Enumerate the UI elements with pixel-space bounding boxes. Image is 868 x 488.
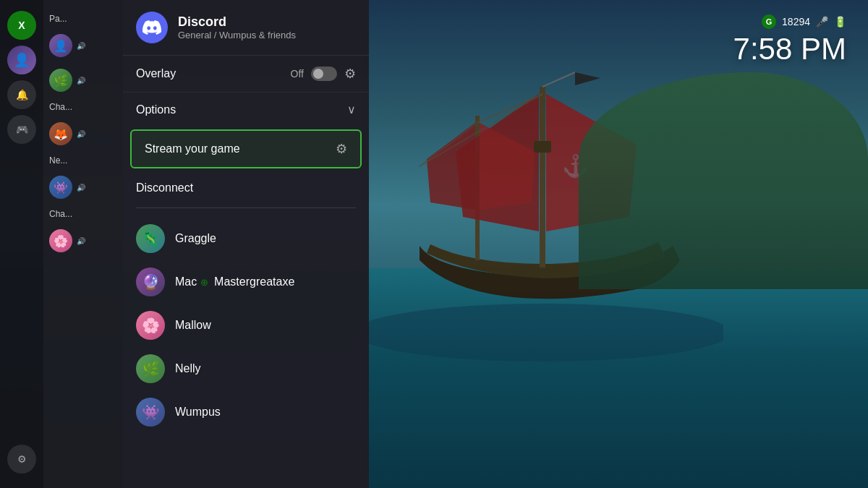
xbox-sidebar: X 👤 🔔 🎮 ⚙ xyxy=(0,0,43,488)
channel-item-2[interactable]: 🌿 🔊 xyxy=(43,64,123,96)
chevron-down-icon: ∨ xyxy=(347,103,356,116)
volume-icon-2: 🔊 xyxy=(77,77,85,85)
channel-item-4[interactable]: 👾 🔊 xyxy=(43,171,123,203)
member-item-mac[interactable]: 🔮 Mac ⊕ Mastergreataxe xyxy=(123,260,369,304)
member-name-graggle: Graggle xyxy=(175,232,216,245)
microphone-icon: 🎤 xyxy=(816,16,828,27)
stream-your-game-label: Stream your game xyxy=(145,142,240,155)
members-list: 🦎 Graggle 🔮 Mac ⊕ Mastergreataxe 🌸 Mallo… xyxy=(123,211,369,488)
overlay-settings-icon[interactable]: ⚙ xyxy=(344,66,356,82)
channel-item-5[interactable]: 🌸 🔊 xyxy=(43,225,123,257)
volume-icon-5: 🔊 xyxy=(77,237,85,245)
settings-icon[interactable]: ⚙ xyxy=(7,445,36,474)
overlay-controls: Off ⚙ xyxy=(291,66,356,82)
xbox-g-icon: G xyxy=(762,14,776,29)
channel-avatar-1: 👤 xyxy=(49,34,72,57)
user-avatar[interactable]: 👤 xyxy=(7,46,36,74)
svg-point-0 xyxy=(362,304,723,361)
divider xyxy=(136,207,356,208)
stream-your-game-row[interactable]: Stream your game ⚙ xyxy=(130,129,362,168)
stream-settings-icon[interactable]: ⚙ xyxy=(336,141,347,157)
member-item-mallow[interactable]: 🌸 Mallow xyxy=(123,304,369,347)
channel-avatar-2: 🌿 xyxy=(49,69,72,92)
notification-icon[interactable]: 🔔 xyxy=(7,80,36,109)
options-label: Options xyxy=(136,103,176,116)
discord-logo xyxy=(136,12,168,43)
discord-app-name: Discord xyxy=(178,14,296,30)
party-channel-label: Pa... xyxy=(43,11,123,27)
member-name-nelly: Nelly xyxy=(175,362,201,375)
volume-icon-4: 🔊 xyxy=(77,184,85,192)
member-name-mac: Mac ⊕ Mastergreataxe xyxy=(175,275,294,288)
status-bar: G 18294 🎤 🔋 7:58 PM xyxy=(733,14,846,67)
discord-title-group: Discord General / Wumpus & friends xyxy=(178,14,296,40)
channel-avatar-4: 👾 xyxy=(49,176,72,199)
member-avatar-mallow: 🌸 xyxy=(136,311,165,340)
member-avatar-mac: 🔮 xyxy=(136,267,165,296)
member-item-nelly[interactable]: 🌿 Nelly xyxy=(123,347,369,390)
island-background xyxy=(579,72,868,289)
battery-icon: 🔋 xyxy=(834,16,846,27)
news-channel-label: Ne... xyxy=(43,153,123,168)
svg-line-3 xyxy=(542,72,575,87)
discord-panel: Discord General / Wumpus & friends Overl… xyxy=(123,0,369,488)
member-name-mallow: Mallow xyxy=(175,319,211,332)
member-avatar-wumpus: 👾 xyxy=(136,398,165,427)
xbox-icon-mac: ⊕ xyxy=(200,277,208,288)
chat-channel-label-1: Cha... xyxy=(43,99,123,115)
options-row[interactable]: Options ∨ xyxy=(123,93,369,127)
svg-rect-4 xyxy=(534,141,551,153)
member-item-graggle[interactable]: 🦎 Graggle xyxy=(123,217,369,260)
overlay-toggle[interactable] xyxy=(311,67,337,81)
channels-sidebar: Pa... 👤 🔊 🌿 🔊 Cha... 🦊 🔊 Ne... 👾 🔊 Cha..… xyxy=(43,0,123,488)
controller-icon[interactable]: 🎮 xyxy=(7,115,36,144)
chat-channel-label-2: Cha... xyxy=(43,206,123,222)
member-avatar-nelly: 🌿 xyxy=(136,354,165,383)
gamerscore: 18294 xyxy=(782,16,810,27)
discord-header: Discord General / Wumpus & friends xyxy=(123,0,369,56)
overlay-label: Overlay xyxy=(136,67,176,80)
discord-subtitle: General / Wumpus & friends xyxy=(178,30,296,40)
channel-avatar-3: 🦊 xyxy=(49,122,72,145)
member-item-wumpus[interactable]: 👾 Wumpus xyxy=(123,390,369,434)
volume-icon-3: 🔊 xyxy=(77,130,85,138)
overlay-state-text: Off xyxy=(291,68,304,80)
volume-icon-1: 🔊 xyxy=(77,42,85,50)
member-avatar-graggle: 🦎 xyxy=(136,224,165,253)
discord-logo-svg xyxy=(142,18,161,37)
clock-display: 7:58 PM xyxy=(733,32,846,67)
channel-item-1[interactable]: 👤 🔊 xyxy=(43,30,123,61)
xbox-button[interactable]: X xyxy=(7,11,36,40)
overlay-row[interactable]: Overlay Off ⚙ xyxy=(123,56,369,93)
disconnect-label: Disconnect xyxy=(136,181,193,194)
member-name-wumpus: Wumpus xyxy=(175,406,221,419)
disconnect-row[interactable]: Disconnect xyxy=(123,171,369,205)
channel-item-3[interactable]: 🦊 🔊 xyxy=(43,118,123,150)
channel-avatar-5: 🌸 xyxy=(49,229,72,252)
